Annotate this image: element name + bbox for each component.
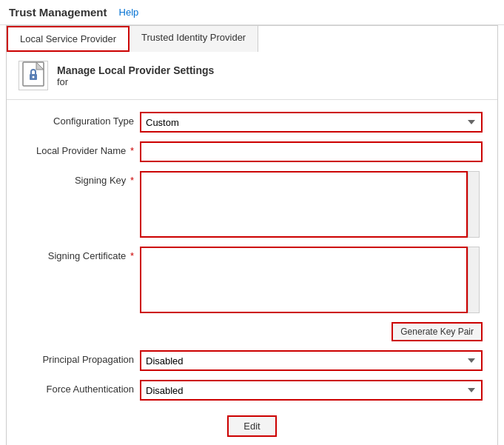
input-provider-name bbox=[140, 141, 483, 162]
required-star-cert: * bbox=[130, 250, 134, 261]
main-content: Manage Local Provider Settings for Confi… bbox=[6, 52, 498, 445]
form-row-force-auth: Force Authentication Disabled Enabled bbox=[21, 380, 483, 401]
input-config-type: Custom Standard bbox=[140, 112, 483, 133]
signing-cert-wrapper bbox=[140, 247, 483, 313]
form-area: Configuration Type Custom Standard Local… bbox=[7, 100, 497, 445]
required-star-key: * bbox=[130, 175, 134, 186]
provider-name-field[interactable] bbox=[140, 141, 483, 162]
edit-button[interactable]: Edit bbox=[227, 415, 276, 437]
label-principal-prop: Principal Propagation bbox=[21, 350, 140, 365]
top-bar: Trust Management Help bbox=[0, 0, 504, 25]
page-title: Trust Management bbox=[9, 6, 107, 19]
section-info: Manage Local Provider Settings for bbox=[57, 64, 214, 87]
section-title: Manage Local Provider Settings bbox=[57, 64, 214, 76]
signing-key-field[interactable] bbox=[140, 171, 468, 238]
form-row-signing-key: Signing Key * bbox=[21, 171, 483, 238]
generate-key-pair-button[interactable]: Generate Key Pair bbox=[392, 322, 483, 341]
tab-trusted-identity-provider[interactable]: Trusted Identity Provider bbox=[130, 26, 258, 52]
signing-key-wrapper bbox=[140, 171, 483, 238]
label-signing-key: Signing Key * bbox=[21, 171, 140, 186]
input-principal-prop: Disabled Enabled bbox=[140, 350, 483, 371]
signing-cert-scrollbar bbox=[468, 247, 480, 313]
label-provider-name: Local Provider Name * bbox=[21, 141, 140, 156]
form-row-signing-cert: Signing Certificate * bbox=[21, 247, 483, 313]
tab-bar: Local Service Provider Trusted Identity … bbox=[6, 25, 498, 52]
section-header: Manage Local Provider Settings for bbox=[7, 52, 497, 100]
tab-local-service-provider[interactable]: Local Service Provider bbox=[7, 26, 130, 52]
help-link[interactable]: Help bbox=[119, 7, 139, 18]
doc-icon bbox=[21, 61, 45, 87]
form-row-config-type: Configuration Type Custom Standard bbox=[21, 112, 483, 133]
signing-cert-field[interactable] bbox=[140, 247, 468, 313]
svg-point-3 bbox=[33, 76, 35, 78]
generate-key-pair-row: Generate Key Pair bbox=[21, 322, 483, 341]
input-force-auth: Disabled Enabled bbox=[140, 380, 483, 401]
config-type-select[interactable]: Custom Standard bbox=[140, 112, 483, 133]
label-force-auth: Force Authentication bbox=[21, 380, 140, 395]
label-signing-cert: Signing Certificate * bbox=[21, 247, 140, 261]
form-row-principal-prop: Principal Propagation Disabled Enabled bbox=[21, 350, 483, 371]
document-lock-icon bbox=[19, 61, 48, 90]
form-row-provider-name: Local Provider Name * bbox=[21, 141, 483, 162]
button-row: Edit bbox=[21, 415, 483, 437]
label-config-type: Configuration Type bbox=[21, 112, 140, 127]
signing-key-scrollbar bbox=[468, 171, 480, 238]
principal-prop-select[interactable]: Disabled Enabled bbox=[140, 350, 483, 371]
required-star-name: * bbox=[130, 145, 134, 156]
force-auth-select[interactable]: Disabled Enabled bbox=[140, 380, 483, 401]
section-subtitle: for bbox=[57, 76, 214, 87]
